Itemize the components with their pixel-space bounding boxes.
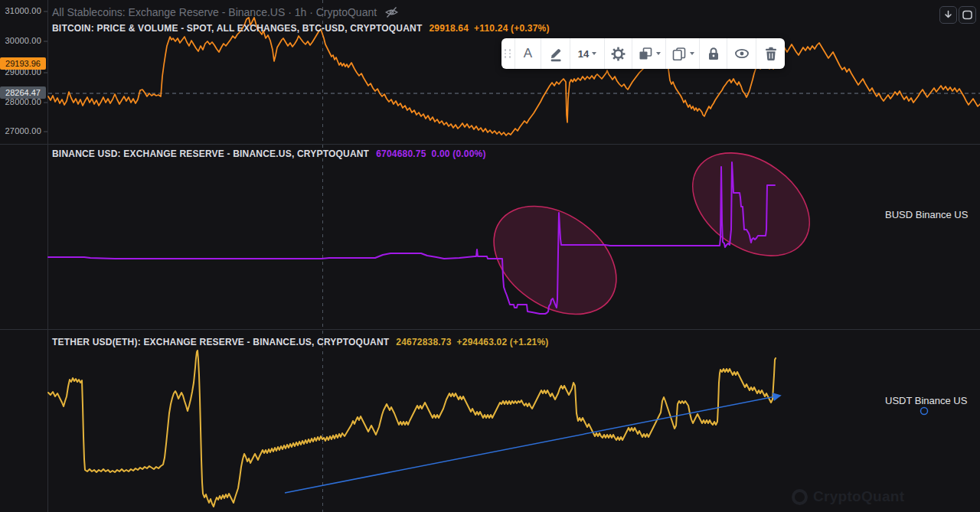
chevron-down-icon (690, 52, 694, 55)
price-axis-label: 31000.00 (5, 6, 41, 15)
legend-mid: BINANCE USD: EXCHANGE RESERVE - BINANCE.… (52, 148, 486, 159)
clone-dropdown[interactable] (666, 38, 700, 69)
settings-button[interactable] (605, 38, 632, 69)
cryptoquant-logo-icon (792, 489, 808, 505)
bring-forward-dropdown[interactable] (632, 38, 666, 69)
btc-change: +110.24 (+0.37%) (474, 23, 550, 34)
drawing-toolbar: A 14 (501, 38, 785, 69)
font-size-dropdown[interactable]: 14 (570, 38, 605, 69)
chevron-down-icon (592, 52, 596, 55)
chart-canvas[interactable] (0, 0, 980, 512)
legend-top: All Stablecoins: Exchange Reserve - Bina… (52, 6, 550, 34)
bring-forward-icon (638, 46, 653, 61)
usdt-series-label[interactable]: USDT Binance US (885, 395, 967, 406)
price-axis[interactable]: 31000.0030000.0029000.0028000.0027000.00… (0, 0, 47, 512)
clone-icon (671, 46, 687, 62)
pencil-icon (548, 46, 564, 62)
delete-button[interactable] (756, 38, 785, 69)
lock-icon (706, 46, 721, 61)
trading-chart-window: 31000.0030000.0029000.0028000.0027000.00… (0, 0, 980, 512)
download-button[interactable] (939, 6, 957, 24)
busd-series-label[interactable]: BUSD Binance US (885, 209, 968, 220)
text-tool-button[interactable]: A (515, 38, 541, 69)
font-size-value: 14 (578, 48, 589, 60)
screenshot-icon (962, 9, 973, 21)
usdt-change: +294463.02 (+1.21%) (457, 337, 549, 347)
price-axis-label: 30000.00 (5, 36, 41, 45)
usdt-last-value: 24672838.73 (396, 337, 451, 347)
hidden-series-title: All Stablecoins: Exchange Reserve - Bina… (52, 6, 377, 18)
watermark-text: CryptoQuant (813, 488, 904, 505)
busd-legend-row[interactable]: BINANCE USD: EXCHANGE RESERVE - BINANCE.… (52, 148, 486, 159)
busd-change: 0.00 (0.00%) (432, 148, 486, 159)
busd-legend-title: BINANCE USD: EXCHANGE RESERVE - BINANCE.… (52, 148, 369, 159)
drag-handle-icon[interactable] (501, 38, 515, 69)
ellipse-annotation-1[interactable] (474, 184, 637, 336)
hidden-series-legend[interactable]: All Stablecoins: Exchange Reserve - Bina… (52, 6, 550, 18)
brush-tool-button[interactable] (541, 38, 570, 69)
busd-reserve-line[interactable] (48, 162, 775, 314)
price-axis-badge: 28264.47 (0, 86, 46, 99)
visibility-off-icon[interactable] (384, 6, 399, 18)
btc-legend-row[interactable]: BITCOIN: PRICE & VOLUME - SPOT, ALL EXCH… (52, 23, 550, 34)
chevron-down-icon (656, 52, 661, 55)
trendline-arrow[interactable] (285, 396, 779, 493)
btc-last-value: 29918.64 (429, 23, 469, 34)
price-axis-label: 27000.00 (5, 126, 41, 135)
trendline-handle[interactable] (921, 408, 928, 415)
usdt-legend-row[interactable]: TETHER USD(ETH): EXCHANGE RESERVE - BINA… (52, 337, 548, 347)
price-axis-badge: 29193.96 (0, 57, 46, 70)
btc-price-line[interactable] (48, 18, 980, 135)
gear-icon (610, 46, 626, 62)
trash-icon (763, 46, 779, 62)
legend-bot: TETHER USD(ETH): EXCHANGE RESERVE - BINA… (52, 337, 548, 347)
eye-icon (733, 47, 750, 60)
usdt-reserve-line[interactable] (48, 351, 776, 507)
busd-last-value: 6704680.75 (376, 148, 426, 159)
ellipse-annotation-2[interactable] (673, 132, 828, 277)
cryptoquant-watermark: CryptoQuant (792, 488, 904, 505)
usdt-legend-title: TETHER USD(ETH): EXCHANGE RESERVE - BINA… (52, 337, 389, 347)
lock-button[interactable] (700, 38, 727, 69)
visibility-button[interactable] (727, 38, 756, 69)
btc-legend-title: BITCOIN: PRICE & VOLUME - SPOT, ALL EXCH… (52, 23, 422, 34)
download-icon (943, 10, 953, 20)
screenshot-button[interactable] (959, 6, 976, 24)
